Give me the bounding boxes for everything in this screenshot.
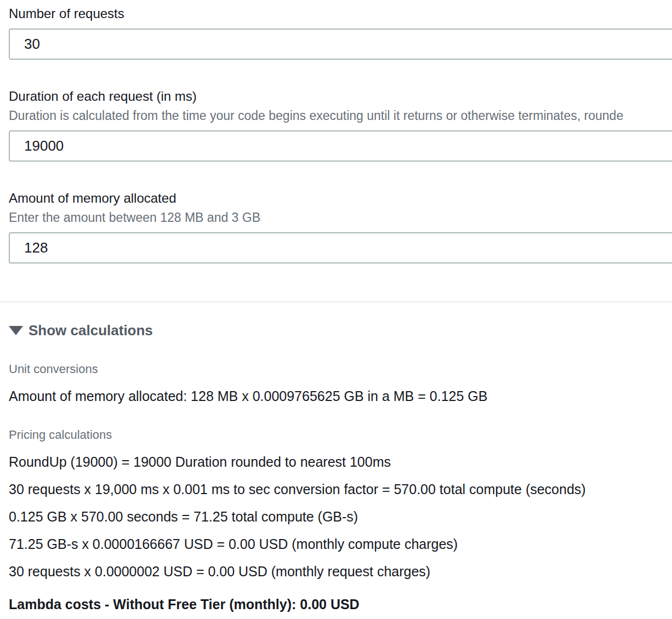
pricing-line-total-compute-gbs: 0.125 GB x 570.00 seconds = 71.25 total … <box>9 508 672 525</box>
number-of-requests-input[interactable] <box>9 28 672 60</box>
lambda-pricing-calculator: Number of requests Duration of each requ… <box>0 0 672 612</box>
lambda-costs-total: Lambda costs - Without Free Tier (monthl… <box>9 596 672 612</box>
pricing-calculation-lines: RoundUp (19000) = 19000 Duration rounded… <box>9 454 672 580</box>
request-duration-label: Duration of each request (in ms) <box>9 88 672 105</box>
number-of-requests-label: Number of requests <box>9 5 672 22</box>
memory-allocated-label: Amount of memory allocated <box>9 190 672 207</box>
caret-down-filled-icon <box>9 326 23 335</box>
pricing-line-monthly-compute-charges: 71.25 GB-s x 0.0000166667 USD = 0.00 USD… <box>9 536 672 552</box>
section-divider <box>0 301 672 302</box>
pricing-line-monthly-request-charges: 30 requests x 0.0000002 USD = 0.00 USD (… <box>9 563 672 580</box>
memory-allocated-helper: Enter the amount between 128 MB and 3 GB <box>9 209 672 226</box>
unit-conversion-line: Amount of memory allocated: 128 MB x 0.0… <box>9 388 672 404</box>
request-duration-input[interactable] <box>9 130 672 162</box>
unit-conversions-heading: Unit conversions <box>9 362 672 377</box>
show-calculations-label: Show calculations <box>29 322 153 339</box>
field-number-of-requests: Number of requests <box>9 5 672 60</box>
request-duration-helper: Duration is calculated from the time you… <box>9 107 672 124</box>
pricing-calculations-heading: Pricing calculations <box>9 427 672 443</box>
memory-allocated-input[interactable] <box>9 232 672 263</box>
field-request-duration: Duration of each request (in ms) Duratio… <box>9 88 672 162</box>
pricing-line-roundup: RoundUp (19000) = 19000 Duration rounded… <box>9 454 672 470</box>
show-calculations-toggle[interactable]: Show calculations <box>9 322 672 339</box>
pricing-line-total-compute-seconds: 30 requests x 19,000 ms x 0.001 ms to se… <box>9 481 672 497</box>
field-memory-allocated: Amount of memory allocated Enter the amo… <box>9 190 672 263</box>
